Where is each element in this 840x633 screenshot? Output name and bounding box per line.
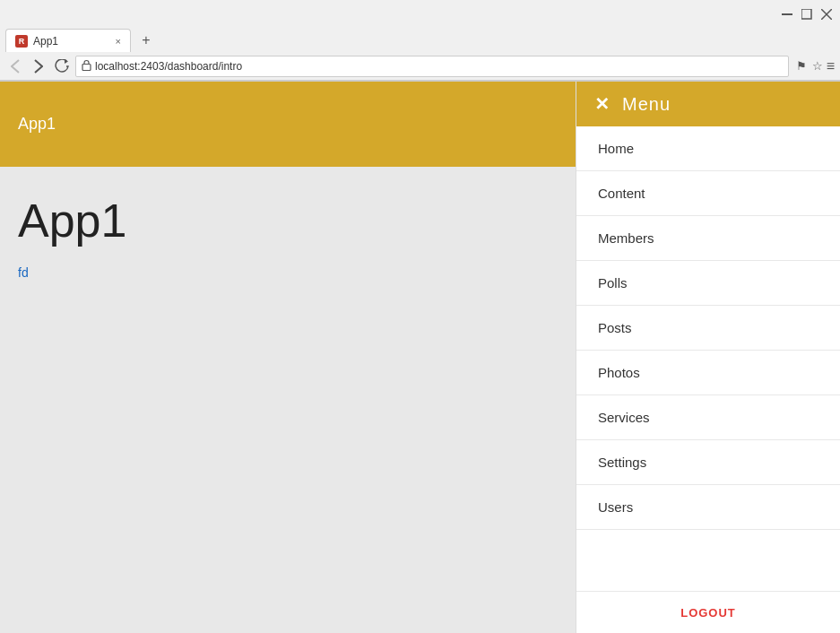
window-controls <box>779 6 835 22</box>
menu-title: Menu <box>622 94 671 115</box>
app-wrapper: App1 App1 fd ✕ Menu Home Content Members… <box>0 82 840 633</box>
title-bar <box>0 0 840 25</box>
address-extra-icons: ⚑ ☆ <box>796 59 823 73</box>
nav-item-polls[interactable]: Polls <box>576 261 840 306</box>
browser-chrome: R App1 × + localhost:2403/dashboard/intr… <box>0 0 840 82</box>
address-text: localhost:2403/dashboard/intro <box>95 60 242 73</box>
nav-item-posts[interactable]: Posts <box>576 306 840 351</box>
nav-menu: ✕ Menu Home Content Members Polls Posts … <box>576 82 840 633</box>
app-header-title: App1 <box>18 115 56 134</box>
refresh-button[interactable] <box>52 56 72 76</box>
logout-button[interactable]: LOGOUT <box>680 606 736 620</box>
back-button[interactable] <box>5 56 25 76</box>
nav-item-services[interactable]: Services <box>576 395 840 440</box>
app-header: App1 <box>0 82 576 167</box>
browser-tab[interactable]: R App1 × <box>5 29 131 52</box>
browser-menu-button[interactable]: ≡ <box>827 58 835 74</box>
menu-close-icon[interactable]: ✕ <box>594 93 610 115</box>
tab-close-button[interactable]: × <box>116 36 121 47</box>
main-content: App1 App1 fd <box>0 82 576 633</box>
menu-header: ✕ Menu <box>576 82 840 126</box>
menu-items: Home Content Members Polls Posts Photos … <box>576 126 840 591</box>
tab-title: App1 <box>33 35 58 48</box>
address-box[interactable]: localhost:2403/dashboard/intro <box>75 56 789 77</box>
restore-button[interactable] <box>799 6 815 22</box>
close-window-button[interactable] <box>818 6 835 22</box>
app-subtitle: fd <box>18 265 558 280</box>
nav-item-settings[interactable]: Settings <box>576 440 840 485</box>
app-body: App1 fd <box>0 167 576 633</box>
app-main-title: App1 <box>18 194 558 247</box>
nav-item-content[interactable]: Content <box>576 171 840 216</box>
new-tab-button[interactable]: + <box>134 29 158 52</box>
menu-footer: LOGOUT <box>576 591 840 633</box>
nav-item-members[interactable]: Members <box>576 216 840 261</box>
svg-rect-1 <box>801 9 811 19</box>
bookmark-tools-icon[interactable]: ⚑ <box>796 59 807 73</box>
tab-bar: R App1 × + <box>0 25 840 52</box>
bookmark-star-icon[interactable]: ☆ <box>812 59 823 73</box>
address-lock-icon <box>82 59 91 73</box>
svg-rect-0 <box>782 13 792 15</box>
forward-button[interactable] <box>29 56 48 76</box>
minimize-button[interactable] <box>779 6 795 22</box>
nav-item-users[interactable]: Users <box>576 485 840 530</box>
nav-item-photos[interactable]: Photos <box>576 351 840 395</box>
nav-item-home[interactable]: Home <box>576 126 840 171</box>
tab-favicon: R <box>15 35 28 48</box>
address-bar-row: localhost:2403/dashboard/intro ⚑ ☆ ≡ <box>0 52 840 81</box>
svg-rect-4 <box>82 65 91 71</box>
